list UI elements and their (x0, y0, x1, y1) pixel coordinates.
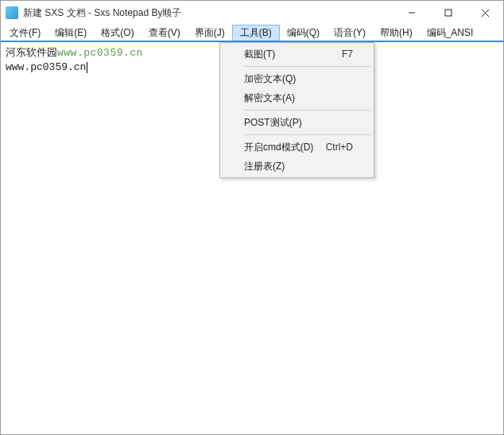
titlebar: 新建 SXS 文档 - Sxs Notepad By顺子 (1, 1, 503, 25)
text-caret (87, 62, 87, 73)
menu-item-registry[interactable]: 注册表(Z) (222, 157, 372, 176)
menubar: 文件(F) 编辑(E) 格式(O) 查看(V) 界面(J) 工具(B) 编码(Q… (1, 25, 503, 42)
menu-item-shortcut: F7 (342, 49, 353, 60)
menu-file[interactable]: 文件(F) (2, 25, 48, 41)
minimize-icon (408, 9, 416, 17)
menu-help[interactable]: 帮助(H) (373, 25, 420, 41)
close-icon (481, 9, 490, 17)
menu-separator (244, 134, 370, 135)
menu-separator (244, 66, 370, 67)
menu-item-post-test[interactable]: POST测试(P) (222, 113, 372, 132)
app-icon (6, 6, 18, 19)
menu-separator (244, 110, 370, 111)
svg-rect-1 (445, 10, 452, 16)
menu-tools[interactable]: 工具(B) (232, 25, 280, 41)
menu-item-encrypt[interactable]: 加密文本(Q) (222, 69, 372, 88)
menu-item-cmd-mode[interactable]: 开启cmd模式(D) Ctrl+D (222, 138, 372, 157)
menu-interface[interactable]: 界面(J) (188, 25, 232, 41)
maximize-icon (444, 9, 452, 17)
maximize-button[interactable] (430, 1, 467, 25)
menu-item-label: 注册表(Z) (244, 160, 285, 173)
window-title: 新建 SXS 文档 - Sxs Notepad By顺子 (23, 6, 394, 20)
menu-encoding-ansi[interactable]: 编码_ANSI (420, 25, 481, 41)
menu-speech[interactable]: 语音(Y) (327, 25, 373, 41)
tools-dropdown: 截图(T) F7 加密文本(Q) 解密文本(A) POST测试(P) 开启cmd… (219, 42, 374, 178)
menu-item-screenshot[interactable]: 截图(T) F7 (222, 45, 372, 64)
menu-item-decrypt[interactable]: 解密文本(A) (222, 88, 372, 107)
menu-item-shortcut: Ctrl+D (326, 142, 353, 153)
window-controls (394, 1, 503, 25)
menu-item-label: 截图(T) (244, 48, 275, 61)
menu-view[interactable]: 查看(V) (142, 25, 188, 41)
minimize-button[interactable] (394, 1, 430, 25)
menu-item-label: POST测试(P) (244, 116, 302, 130)
menu-encoding[interactable]: 编码(Q) (280, 25, 327, 41)
menu-edit[interactable]: 编辑(E) (48, 25, 94, 41)
menu-item-label: 解密文本(A) (244, 91, 295, 105)
menu-format[interactable]: 格式(O) (94, 25, 141, 41)
menu-item-label: 开启cmd模式(D) (244, 141, 313, 154)
close-button[interactable] (467, 1, 503, 25)
menu-item-label: 加密文本(Q) (244, 72, 296, 86)
